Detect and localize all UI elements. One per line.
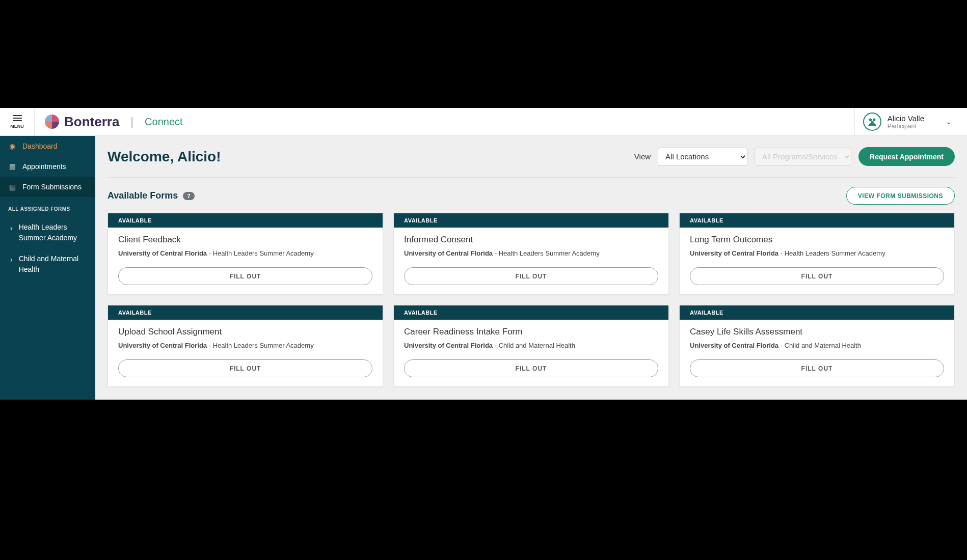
- main-content: Welcome, Alicio! View All Locations All …: [95, 136, 967, 400]
- programs-select: All Programs/Services: [755, 148, 851, 166]
- fill-out-button[interactable]: FILL OUT: [404, 267, 658, 285]
- card-title: Long Term Outcomes: [690, 235, 944, 245]
- chevron-down-icon: ⌄: [946, 118, 952, 126]
- card-title: Informed Consent: [404, 235, 658, 245]
- fill-out-button[interactable]: FILL OUT: [690, 267, 944, 285]
- card-title: Career Readiness Intake Form: [404, 327, 658, 337]
- status-badge: AVAILABLE: [394, 305, 668, 320]
- sidebar-sub-health-leaders[interactable]: › Health Leaders Summer Academy: [0, 217, 95, 248]
- sidebar-sub-label: Health Leaders Summer Academy: [19, 222, 87, 243]
- brand-area: Bonterra | Connect: [35, 114, 183, 130]
- browser-chrome-placeholder: [0, 0, 967, 108]
- status-badge: AVAILABLE: [108, 213, 383, 228]
- svg-point-1: [873, 119, 876, 122]
- app-name: Connect: [145, 116, 183, 128]
- user-menu-button[interactable]: Alicio Valle Participant ⌄: [854, 108, 967, 135]
- sidebar: ◉ Dashboard ▤ Appointments ▦ Form Submis…: [0, 136, 95, 400]
- chevron-right-icon: ›: [10, 255, 13, 265]
- form-card: AVAILABLE Career Readiness Intake Form U…: [393, 305, 669, 387]
- card-title: Casey Life Skills Assessment: [690, 327, 944, 337]
- page-title: Welcome, Alicio!: [108, 149, 221, 165]
- brand-separator: |: [130, 115, 133, 128]
- forms-count-badge: 7: [183, 192, 194, 200]
- body: ◉ Dashboard ▤ Appointments ▦ Form Submis…: [0, 136, 967, 400]
- form-card: AVAILABLE Long Term Outcomes University …: [679, 213, 955, 295]
- bottom-placeholder: [0, 400, 967, 560]
- cards-grid: AVAILABLE Client Feedback University of …: [108, 213, 955, 387]
- view-label: View: [634, 152, 651, 161]
- status-badge: AVAILABLE: [108, 305, 383, 320]
- form-card: AVAILABLE Casey Life Skills Assessment U…: [679, 305, 955, 387]
- form-icon: ▦: [8, 183, 16, 191]
- section-title: Available Forms: [108, 190, 178, 201]
- user-name: Alicio Valle: [888, 114, 924, 123]
- sidebar-item-appointments[interactable]: ▤ Appointments: [0, 156, 95, 177]
- form-card: AVAILABLE Informed Consent University of…: [393, 213, 669, 295]
- card-subtitle: University of Central Florida - Child an…: [690, 341, 944, 350]
- card-subtitle: University of Central Florida - Child an…: [404, 341, 658, 350]
- card-subtitle: University of Central Florida - Health L…: [118, 249, 372, 258]
- dashboard-icon: ◉: [8, 142, 16, 150]
- sidebar-sub-label: Child and Maternal Health: [19, 254, 87, 275]
- brand-name: Bonterra: [64, 114, 119, 130]
- sidebar-label: Appointments: [22, 162, 66, 171]
- card-subtitle: University of Central Florida - Health L…: [118, 341, 372, 350]
- card-subtitle: University of Central Florida - Health L…: [404, 249, 658, 258]
- card-title: Upload School Assignment: [118, 327, 372, 337]
- fill-out-button[interactable]: FILL OUT: [690, 359, 944, 377]
- status-badge: AVAILABLE: [680, 305, 954, 320]
- status-badge: AVAILABLE: [680, 213, 954, 228]
- app-container: MENU Bonterra | Connect Alicio Valle Par…: [0, 108, 967, 400]
- request-appointment-button[interactable]: Request Appointment: [858, 147, 955, 166]
- locations-select[interactable]: All Locations: [658, 148, 747, 166]
- menu-label: MENU: [10, 124, 24, 129]
- fill-out-button[interactable]: FILL OUT: [118, 267, 372, 285]
- form-card: AVAILABLE Upload School Assignment Unive…: [108, 305, 383, 387]
- sidebar-item-dashboard[interactable]: ◉ Dashboard: [0, 136, 95, 156]
- sidebar-label: Form Submissions: [22, 183, 82, 191]
- section-header: Available Forms 7 VIEW FORM SUBMISSIONS: [108, 187, 955, 205]
- main-header: Welcome, Alicio! View All Locations All …: [108, 147, 955, 178]
- fill-out-button[interactable]: FILL OUT: [404, 359, 658, 377]
- hamburger-icon: [13, 115, 22, 121]
- sidebar-section-label: ALL ASSIGNED FORMS: [0, 197, 95, 217]
- card-subtitle: University of Central Florida - Health L…: [690, 249, 944, 258]
- card-title: Client Feedback: [118, 235, 372, 245]
- avatar-icon: [863, 113, 881, 131]
- sidebar-item-form-submissions[interactable]: ▦ Form Submissions: [0, 177, 95, 197]
- chevron-right-icon: ›: [10, 223, 13, 234]
- form-card: AVAILABLE Client Feedback University of …: [108, 213, 383, 295]
- view-form-submissions-button[interactable]: VIEW FORM SUBMISSIONS: [846, 187, 955, 205]
- user-role: Participant: [888, 123, 924, 130]
- user-text: Alicio Valle Participant: [888, 114, 924, 130]
- topbar: MENU Bonterra | Connect Alicio Valle Par…: [0, 108, 967, 136]
- sidebar-label: Dashboard: [22, 142, 58, 150]
- svg-point-0: [869, 119, 872, 122]
- status-badge: AVAILABLE: [394, 213, 668, 228]
- fill-out-button[interactable]: FILL OUT: [118, 359, 372, 377]
- sidebar-sub-child-maternal[interactable]: › Child and Maternal Health: [0, 248, 95, 280]
- calendar-icon: ▤: [8, 162, 16, 171]
- menu-toggle-button[interactable]: MENU: [0, 108, 35, 136]
- brand-logo-icon: [45, 115, 59, 129]
